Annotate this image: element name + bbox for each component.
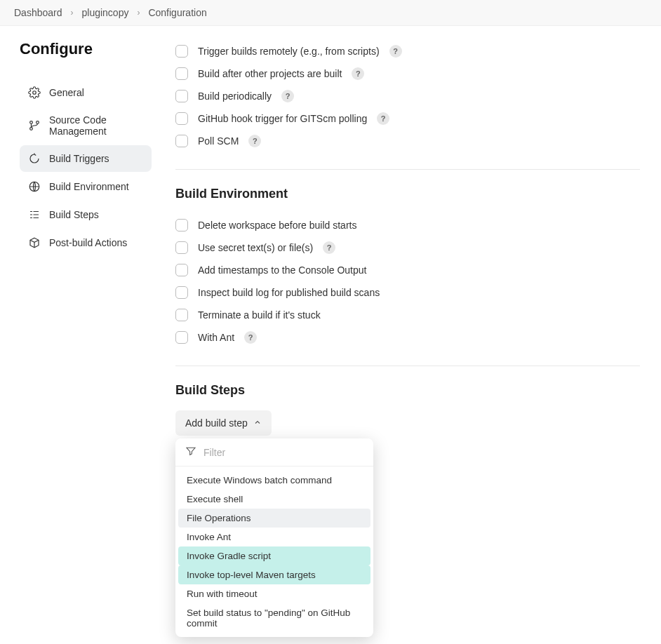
env-checkbox[interactable] (175, 264, 188, 276)
sidebar-item-scm[interactable]: Source Code Management (20, 107, 152, 144)
dropdown-option[interactable]: Invoke top-level Maven targets (178, 565, 370, 584)
svg-point-2 (30, 128, 33, 130)
sidebar-item-label: Build Steps (49, 209, 99, 220)
dropdown-option[interactable]: Execute shell (178, 490, 370, 509)
trigger-checkbox[interactable] (175, 45, 188, 58)
add-build-step-button[interactable]: Add build step (175, 410, 272, 436)
dropdown-option[interactable]: Invoke Gradle script (178, 546, 370, 565)
steps-icon (28, 208, 41, 221)
sidebar-item-label: Post-build Actions (49, 237, 127, 248)
breadcrumb: Dashboard › plugincopy › Configuration (0, 0, 661, 26)
sidebar-item-general[interactable]: General (20, 79, 152, 106)
dropdown-option[interactable]: File Operations (178, 509, 370, 528)
env-label: Terminate a build if it's stuck (198, 309, 321, 321)
sidebar-item-label: Build Triggers (49, 153, 109, 164)
chevron-up-icon (253, 417, 262, 429)
page-title: Configure (20, 40, 152, 58)
sidebar-item-build-steps[interactable]: Build Steps (20, 201, 152, 228)
sidebar-item-label: General (49, 87, 84, 98)
dropdown-option[interactable]: Execute Windows batch command (178, 471, 370, 490)
package-icon (28, 236, 41, 249)
section-build-triggers: Trigger builds remotely (e.g., from scri… (175, 40, 640, 170)
sidebar-item-post-build[interactable]: Post-build Actions (20, 229, 152, 256)
dropdown-option[interactable]: Invoke Ant (178, 528, 370, 546)
svg-point-0 (33, 91, 36, 95)
trigger-checkbox[interactable] (175, 67, 188, 80)
trigger-checkbox[interactable] (175, 112, 188, 125)
trigger-icon (28, 152, 41, 165)
env-checkbox[interactable] (175, 331, 188, 344)
globe-icon (28, 180, 41, 193)
env-row: Inspect build log for published build sc… (175, 281, 640, 304)
trigger-row: Build after other projects are built? (175, 62, 640, 85)
add-build-step-dropdown: Execute Windows batch commandExecute she… (175, 438, 373, 637)
sidebar-item-label: Build Environment (49, 181, 129, 192)
help-icon[interactable]: ? (323, 241, 335, 254)
trigger-checkbox[interactable] (175, 135, 188, 147)
trigger-row: Poll SCM? (175, 130, 640, 152)
env-row: Delete workspace before build starts (175, 214, 640, 236)
help-icon[interactable]: ? (281, 90, 294, 102)
dropdown-filter-row (175, 438, 373, 467)
chevron-right-icon: › (137, 8, 140, 18)
help-icon[interactable]: ? (377, 112, 389, 125)
trigger-row: Trigger builds remotely (e.g., from scri… (175, 40, 640, 62)
dropdown-option[interactable]: Run with timeout (178, 584, 370, 603)
env-label: Use secret text(s) or file(s) (198, 242, 313, 253)
env-checkbox[interactable] (175, 219, 188, 232)
sidebar-item-build-triggers[interactable]: Build Triggers (20, 145, 152, 172)
chevron-right-icon: › (71, 8, 74, 18)
breadcrumb-item-page[interactable]: Configuration (148, 7, 206, 18)
trigger-label: Build after other projects are built (198, 68, 342, 79)
section-heading-build-steps: Build Steps (175, 383, 640, 398)
env-row: Use secret text(s) or file(s)? (175, 236, 640, 259)
env-label: Add timestamps to the Console Output (198, 264, 366, 276)
env-checkbox[interactable] (175, 241, 188, 254)
help-icon[interactable]: ? (244, 331, 257, 344)
env-checkbox[interactable] (175, 286, 188, 299)
dropdown-filter-input[interactable] (203, 447, 363, 458)
help-icon[interactable]: ? (389, 45, 402, 58)
section-heading-build-environment: Build Environment (175, 187, 640, 201)
trigger-label: GitHub hook trigger for GITScm polling (198, 113, 367, 124)
trigger-label: Trigger builds remotely (e.g., from scri… (198, 46, 380, 57)
help-icon[interactable]: ? (352, 67, 364, 80)
main-content: Trigger builds remotely (e.g., from scri… (161, 40, 661, 644)
sidebar-item-build-environment[interactable]: Build Environment (20, 173, 152, 200)
sidebar: Configure General Source Code Management… (0, 40, 161, 644)
filter-icon (185, 445, 196, 459)
breadcrumb-item-project[interactable]: plugincopy (82, 7, 129, 18)
svg-point-1 (30, 121, 33, 124)
sidebar-item-label: Source Code Management (49, 114, 143, 137)
svg-point-3 (36, 121, 39, 124)
trigger-checkbox[interactable] (175, 90, 188, 102)
dropdown-option[interactable]: Set build status to "pending" on GitHub … (178, 603, 370, 633)
breadcrumb-item-dashboard[interactable]: Dashboard (14, 7, 62, 18)
gear-icon (28, 86, 41, 99)
env-label: With Ant (198, 332, 234, 343)
trigger-label: Build periodically (198, 90, 272, 102)
env-label: Delete workspace before build starts (198, 220, 356, 231)
trigger-row: GitHub hook trigger for GITScm polling? (175, 107, 640, 130)
trigger-label: Poll SCM (198, 135, 239, 147)
env-row: Add timestamps to the Console Output (175, 259, 640, 281)
env-row: With Ant? (175, 326, 640, 349)
branch-icon (28, 119, 41, 132)
env-row: Terminate a build if it's stuck (175, 304, 640, 326)
env-checkbox[interactable] (175, 309, 188, 321)
add-build-step-label: Add build step (185, 417, 248, 429)
trigger-row: Build periodically? (175, 85, 640, 107)
help-icon[interactable]: ? (248, 135, 261, 147)
env-label: Inspect build log for published build sc… (198, 287, 380, 298)
section-build-steps: Build Steps Add build step Execute Windo… (175, 383, 640, 644)
section-build-environment: Build Environment Delete workspace befor… (175, 187, 640, 366)
